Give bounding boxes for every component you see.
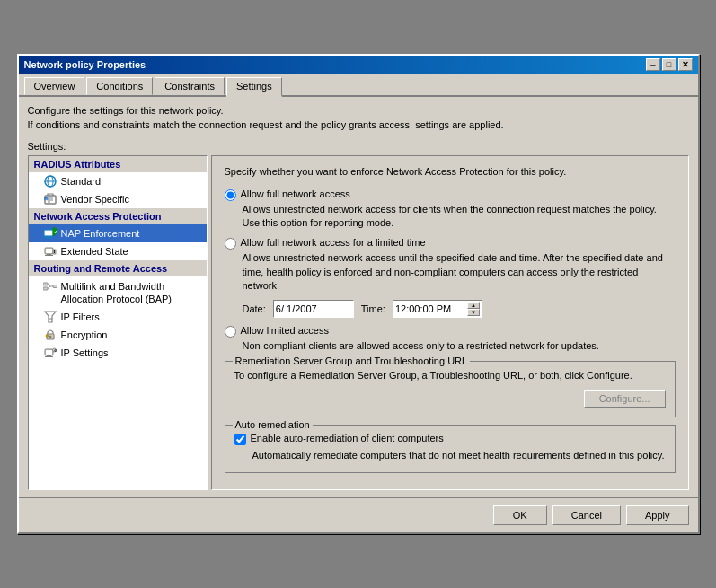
sidebar-item-ipsettings[interactable]: ⚙ IP Settings — [29, 344, 207, 362]
svg-line-24 — [48, 285, 50, 287]
remediation-description: To configure a Remediation Server Group,… — [234, 369, 666, 382]
remediation-group-title: Remediation Server Group and Troubleshoo… — [233, 355, 471, 366]
time-label: Time: — [361, 303, 385, 314]
svg-rect-35 — [47, 355, 51, 356]
title-bar: Network policy Properties ─ □ ✕ — [19, 56, 698, 74]
sidebar-item-vendor-label: Vendor Specific — [61, 194, 129, 205]
auto-remediation-checkbox[interactable] — [234, 434, 246, 445]
sidebar-item-encryption-label: Encryption — [61, 329, 108, 340]
radio-option-limited-time: Allow full network access for a limited … — [225, 237, 676, 250]
radio-limited-time-input[interactable] — [225, 238, 236, 250]
time-input[interactable] — [395, 303, 465, 314]
title-bar-buttons: ─ □ ✕ — [646, 58, 693, 71]
filter-icon — [43, 310, 57, 324]
ok-button[interactable]: OK — [493, 505, 547, 525]
encryption-icon — [43, 328, 57, 342]
tab-settings[interactable]: Settings — [226, 77, 282, 97]
auto-remediation-title: Auto remediation — [233, 419, 313, 430]
radio-limited-input[interactable] — [225, 326, 236, 338]
svg-marker-27 — [45, 312, 56, 322]
main-window: Network policy Properties ─ □ ✕ Overview… — [17, 54, 700, 533]
time-spinner: ▲ ▼ — [467, 302, 480, 316]
svg-rect-16 — [46, 249, 52, 253]
tab-bar: Overview Conditions Constraints Settings — [19, 74, 698, 97]
tab-constraints[interactable]: Constraints — [155, 77, 225, 95]
sidebar-item-multilink[interactable]: Multilink and BandwidthAllocation Protoc… — [29, 276, 207, 308]
footer: OK Cancel Apply — [19, 497, 698, 532]
settings-label: Settings: — [28, 141, 689, 152]
radio-option-full: Allow full network access — [225, 189, 676, 201]
section-nap: Network Access Protection — [29, 208, 207, 224]
svg-text:✓: ✓ — [54, 229, 57, 234]
svg-rect-34 — [46, 350, 52, 355]
sidebar-item-standard-label: Standard — [61, 176, 102, 187]
date-label: Date: — [243, 303, 266, 314]
cancel-button[interactable]: Cancel — [552, 505, 621, 525]
radio-limited-description: Non-compliant clients are allowed access… — [243, 339, 676, 353]
left-panel: RADIUS Attributes Standard — [28, 155, 208, 490]
window-title: Network policy Properties — [24, 59, 146, 70]
time-down-button[interactable]: ▼ — [467, 309, 480, 316]
svg-rect-11 — [46, 236, 51, 238]
extended-icon — [43, 244, 57, 259]
sidebar-item-extended-label: Extended State — [61, 246, 128, 257]
globe-icon — [43, 174, 57, 189]
sidebar-item-ipfilters[interactable]: IP Filters — [29, 308, 207, 326]
nap-icon: ✓ — [43, 226, 57, 241]
content-area: Configure the settings for this network … — [19, 97, 698, 496]
sidebar-item-extended[interactable]: Extended State — [29, 242, 207, 260]
svg-rect-12 — [44, 238, 53, 239]
svg-rect-10 — [45, 231, 52, 235]
svg-text:✓: ✓ — [44, 198, 47, 202]
vendor-icon: ✓ — [43, 192, 57, 206]
ipsettings-icon: ⚙ — [43, 346, 57, 360]
sidebar-item-ipfilters-label: IP Filters — [61, 312, 100, 322]
main-panel: RADIUS Attributes Standard — [28, 155, 689, 490]
auto-remediation-checkbox-row: Enable auto-remediation of client comput… — [234, 433, 666, 445]
svg-rect-17 — [47, 254, 51, 255]
configure-btn-wrapper: Configure... — [234, 390, 666, 408]
radio-full-label[interactable]: Allow full network access — [241, 189, 350, 199]
svg-line-25 — [48, 286, 50, 289]
minimize-button[interactable]: ─ — [646, 58, 660, 71]
sidebar-item-ipsettings-label: IP Settings — [61, 347, 109, 358]
section-radius: RADIUS Attributes — [29, 156, 207, 172]
multilink-icon — [43, 281, 57, 295]
apply-button[interactable]: Apply — [626, 505, 689, 525]
auto-remediation-description: Automatically remediate computers that d… — [252, 449, 666, 462]
radio-limited-time-description: Allows unrestricted network access until… — [243, 251, 676, 293]
sidebar-item-nap[interactable]: ✓ NAP Enforcement — [29, 224, 207, 242]
radio-group: Allow full network access Allows unrestr… — [225, 189, 676, 354]
svg-rect-36 — [45, 356, 53, 357]
radio-full-input[interactable] — [225, 189, 236, 201]
right-panel: Specify whether you want to enforce Netw… — [211, 155, 689, 490]
radio-limited-label[interactable]: Allow limited access — [241, 325, 329, 336]
svg-rect-21 — [43, 283, 48, 285]
auto-remediation-checkbox-label[interactable]: Enable auto-remediation of client comput… — [251, 433, 444, 443]
svg-rect-18 — [45, 255, 53, 256]
sidebar-item-encryption[interactable]: Encryption — [29, 326, 207, 344]
right-description: Specify whether you want to enforce Netw… — [225, 165, 676, 179]
svg-rect-22 — [43, 287, 48, 290]
maximize-button[interactable]: □ — [662, 58, 676, 71]
date-time-row: Date: ▼ Time: ▲ ▼ — [243, 300, 676, 318]
time-up-button[interactable]: ▲ — [467, 302, 480, 309]
radio-limited-time-label[interactable]: Allow full network access for a limited … — [241, 237, 426, 248]
configure-button[interactable]: Configure... — [584, 390, 666, 408]
radio-full-description: Allows unrestricted network access for c… — [243, 203, 676, 231]
auto-remediation-box: Auto remediation Enable auto-remediation… — [225, 425, 676, 472]
sidebar-item-nap-label: NAP Enforcement — [61, 228, 140, 239]
sidebar-item-vendor[interactable]: ✓ Vendor Specific — [29, 190, 207, 208]
svg-text:⚙: ⚙ — [53, 348, 57, 352]
svg-rect-32 — [46, 335, 49, 337]
tab-overview[interactable]: Overview — [24, 77, 85, 95]
close-button[interactable]: ✕ — [678, 58, 693, 71]
sidebar-item-standard[interactable]: Standard — [29, 172, 207, 190]
radio-option-limited: Allow limited access — [225, 325, 676, 338]
section-routing: Routing and Remote Access — [29, 260, 207, 276]
date-input-wrapper: ▼ — [273, 300, 354, 318]
page-description: Configure the settings for this network … — [28, 104, 689, 132]
tab-conditions[interactable]: Conditions — [86, 77, 153, 95]
sidebar-item-multilink-label: Multilink and BandwidthAllocation Protoc… — [61, 280, 172, 306]
time-input-wrapper: ▲ ▼ — [393, 300, 482, 318]
